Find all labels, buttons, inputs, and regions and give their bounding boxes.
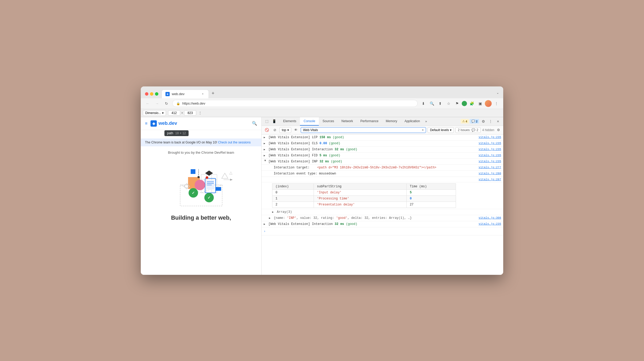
console-row-lcp[interactable]: ▶ [Web Vitals Extension] LCP 158 ms (goo… (262, 135, 503, 141)
layout-button[interactable]: ▣ (476, 100, 484, 107)
tab-chevron-button[interactable]: ⌄ (496, 91, 499, 97)
console-array-row[interactable]: ▶ Array(3) (262, 209, 503, 215)
more-button[interactable]: ⋮ (493, 100, 500, 107)
width-input[interactable] (168, 110, 180, 116)
announcement-text: The Chrome team is back at Google I/O on… (145, 141, 217, 144)
bookmark-button[interactable]: ☆ (445, 100, 452, 107)
extensions-button[interactable]: 🧩 (468, 100, 475, 107)
table-row: 1 'Processing time' 0 (272, 195, 456, 202)
console-msg-target: Interaction target: <path d="M3 18h18v-2… (274, 166, 477, 169)
devtools-close-button[interactable]: × (495, 118, 501, 125)
console-file-object[interactable]: vitals.js:308 (479, 216, 501, 219)
expand-arrow-interaction2: ▶ (264, 222, 267, 226)
green-extension-button[interactable] (462, 101, 467, 106)
info-badge[interactable]: 💬 2 (470, 119, 479, 123)
tab-elements[interactable]: Elements (279, 117, 300, 126)
console-file-interaction2[interactable]: vitals.js:235 (479, 222, 501, 225)
console-file-empty[interactable]: vitals.js:287 (479, 178, 501, 181)
tab-memory[interactable]: Memory (382, 117, 401, 126)
console-file-cls[interactable]: vitals.js:235 (479, 142, 501, 145)
tab-sources[interactable]: Sources (319, 117, 338, 126)
console-hidden-count: 4 hidden (482, 128, 494, 132)
forward-button[interactable]: → (153, 100, 161, 107)
devtools-settings-button[interactable]: ⚙ (480, 118, 486, 125)
devtools-inspect-button[interactable]: ⬚ (264, 118, 270, 125)
new-tab-button[interactable]: + (209, 90, 217, 97)
console-row-interaction2[interactable]: ▶ [Web Vitals Extension] Interaction 32 … (262, 221, 503, 227)
back-button[interactable]: ← (144, 100, 151, 107)
svg-point-23 (198, 176, 200, 178)
profile-button[interactable] (485, 100, 492, 107)
dimension-selector[interactable]: Dimensio... ▾ (143, 110, 166, 116)
active-tab[interactable]: web.dev × (162, 90, 209, 98)
console-msg-event-type: Interaction event type: mousedown (274, 172, 477, 176)
lock-icon: 🔒 (176, 102, 180, 105)
console-cursor-row[interactable]: › (262, 227, 503, 235)
announcement-link[interactable]: Check out the sessions (218, 141, 251, 144)
devtools-responsive-button[interactable]: 📱 (271, 118, 277, 125)
console-file-inp[interactable]: vitals.js:235 (479, 160, 501, 163)
tab-network[interactable]: Network (338, 117, 357, 126)
announcement-bar: The Chrome team is back at Google I/O on… (141, 138, 261, 146)
close-window-button[interactable] (145, 92, 148, 96)
devtools-menu-button[interactable]: ⋮ (487, 118, 494, 125)
console-eye-button[interactable]: 👁 (293, 127, 299, 133)
console-row-inp[interactable]: ▶ [Web Vitals Extension] INP 32 ms (good… (262, 159, 503, 165)
console-file-event-type[interactable]: vitals.js:280 (479, 172, 501, 175)
console-file-interaction1[interactable]: vitals.js:235 (479, 148, 501, 151)
tab-performance[interactable]: Performance (357, 117, 382, 126)
height-input[interactable] (184, 110, 196, 116)
devtools-tabs: ⬚ 📱 Elements Console Sources Network Per… (262, 117, 503, 126)
devtools-tabs-right: ⚠ 4 💬 2 ⚙ ⋮ × (461, 118, 501, 125)
table-row: 0 'Input delay' 5 (272, 189, 456, 195)
svg-rect-13 (191, 169, 195, 174)
console-search-clear-button[interactable]: × (422, 128, 424, 132)
responsive-more-button[interactable]: ⋮ (198, 111, 202, 115)
traffic-lights (145, 92, 158, 96)
console-clear-button[interactable]: 🚫 (264, 127, 270, 133)
url-text: https://web.dev (182, 101, 414, 105)
refresh-button[interactable]: ↻ (163, 100, 170, 107)
console-pause-button[interactable]: ⊘ (272, 127, 278, 133)
hamburger-icon[interactable]: ≡ (145, 121, 147, 126)
console-levels-dropdown[interactable]: Default levels ▾ (428, 127, 454, 133)
download-button[interactable]: ⬇ (420, 100, 427, 107)
console-row-fid[interactable]: ▶ [Web Vitals Extension] FID 5 ms (good)… (262, 153, 503, 159)
svg-marker-27 (222, 173, 228, 178)
console-issues-button[interactable]: 2 Issues: 💬 2 (455, 127, 481, 133)
warning-badge[interactable]: ⚠ 4 (461, 119, 469, 123)
maximize-window-button[interactable] (155, 92, 158, 96)
webpage-panel: ≡ ◈ web.dev 🔍 path 18 × 12 The Chrome te… (141, 117, 262, 275)
dimension-inputs: × (168, 110, 196, 116)
console-file-target[interactable]: vitals.js:277 (479, 166, 501, 169)
minimize-window-button[interactable] (150, 92, 153, 96)
console-row-interaction1[interactable]: ▶ [Web Vitals Extension] Interaction 32 … (262, 147, 503, 153)
svg-point-16 (195, 180, 205, 190)
share-button[interactable]: ⬆ (437, 100, 444, 107)
console-table: (index) subPartString Time (ms) 0 'Input… (272, 183, 456, 208)
console-msg-cls: [Web Vitals Extension] CLS 0.00 (good) (268, 142, 477, 145)
address-bar[interactable]: 🔒 https://web.dev (172, 100, 418, 107)
console-object-row[interactable]: ▶ {name: 'INP', value: 32, rating: 'good… (262, 215, 503, 221)
webdev-logo[interactable]: ◈ web.dev (150, 120, 177, 127)
webpage-content: Brought to you by the Chrome DevRel team (141, 146, 261, 225)
table-cell-subpart-0: 'Input delay' (314, 189, 406, 195)
flag-button[interactable]: ⚑ (453, 100, 461, 107)
object-expand-arrow: ▶ (269, 216, 272, 220)
console-context-dropdown[interactable]: top ▾ (279, 127, 291, 133)
console-row-cls[interactable]: ▶ [Web Vitals Extension] CLS 0.00 (good)… (262, 141, 503, 147)
console-file-fid[interactable]: vitals.js:235 (479, 154, 501, 157)
zoom-button[interactable]: 🔍 (428, 100, 435, 107)
tab-close-button[interactable]: × (201, 92, 205, 96)
search-icon[interactable]: 🔍 (252, 121, 257, 126)
expand-arrow-inp: ▶ (264, 160, 267, 163)
tab-console[interactable]: Console (300, 117, 319, 126)
path-tooltip: path 18 × 12 (164, 130, 189, 136)
console-file-lcp[interactable]: vitals.js:235 (479, 136, 501, 139)
console-msg-fid: [Web Vitals Extension] FID 5 ms (good) (268, 154, 477, 157)
devtools-more-panels[interactable]: » (424, 117, 429, 125)
console-search-input[interactable] (303, 128, 422, 132)
console-content: ▶ [Web Vitals Extension] LCP 158 ms (goo… (262, 135, 503, 275)
console-settings-button[interactable]: ⚙ (496, 127, 501, 133)
tab-application[interactable]: Application (401, 117, 424, 126)
